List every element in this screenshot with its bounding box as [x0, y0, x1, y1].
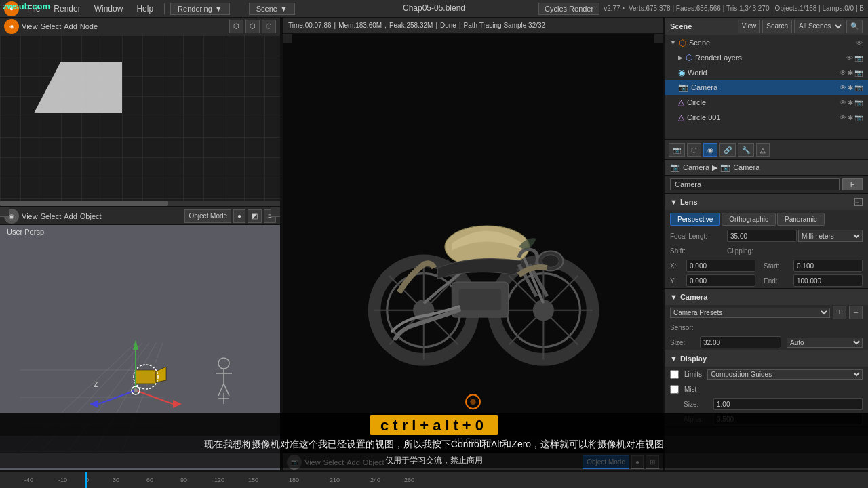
camera-presets-select[interactable]: Camera Presets	[670, 308, 830, 318]
renderlayers-camera-icon[interactable]: 📷	[854, 54, 863, 62]
renderlayers-eye-icon[interactable]: 👁	[846, 54, 853, 62]
camera-preset-add-btn[interactable]: +	[833, 306, 846, 319]
outliner-item-circle001[interactable]: △ Circle.001 👁 ✱ 📷	[665, 110, 868, 125]
menu-help[interactable]: Help	[131, 3, 159, 15]
circle-eye-icon[interactable]: 👁	[840, 99, 846, 106]
scene-eye-icon[interactable]: 👁	[856, 39, 863, 47]
outliner-world-label: World	[688, 68, 707, 77]
camera-section-title: Camera	[680, 293, 707, 301]
world-cursor-icon[interactable]: ✱	[848, 69, 853, 77]
outliner-item-scene[interactable]: ▼ ⬡ Scene 👁	[665, 35, 868, 50]
camera-preset-del-btn[interactable]: −	[849, 306, 863, 319]
node-tool-2[interactable]: ⬡	[245, 20, 260, 33]
viewport-corner-right[interactable]	[271, 207, 280, 217]
timeline-ruler[interactable]: -40 -10 0 30 60 90 120 150 180 210 240 2…	[0, 472, 868, 488]
node-add-menu[interactable]: Add	[64, 22, 77, 30]
chevron-icon: ▼	[280, 5, 288, 13]
f-key-badge[interactable]: F	[842, 178, 863, 190]
frame-marker-30: 30	[113, 476, 119, 483]
camera-3d-object	[134, 365, 166, 389]
outliner-search-icon-btn[interactable]: 🔍	[846, 20, 863, 33]
x-start-row: X: 0.000 Start: 0.100	[665, 258, 868, 273]
menu-window[interactable]: Window	[89, 3, 129, 15]
prop-tab-render[interactable]: 📷	[669, 143, 685, 157]
workspace-button[interactable]: Rendering ▼	[170, 3, 230, 15]
outliner-item-renderlayers[interactable]: ▶ ⬡ RenderLayers 👁 📷	[665, 50, 868, 65]
breadcrumb-camera-1: Camera	[683, 163, 709, 171]
composition-guides-select[interactable]: Composition Guides	[707, 369, 863, 380]
camera-cam-icon[interactable]: 📷	[854, 84, 863, 92]
scene-title: Scene	[670, 22, 692, 30]
prop-tab-modifier[interactable]: 🔧	[738, 143, 754, 157]
circle001-icon: △	[678, 113, 684, 122]
scrollbar-thumb[interactable]	[0, 201, 168, 206]
prop-tab-object[interactable]: ◉	[703, 143, 717, 157]
focal-length-value[interactable]: 35.00	[727, 230, 797, 242]
camera-eye-icon[interactable]: 👁	[840, 84, 846, 92]
camera-name-input[interactable]	[670, 178, 840, 190]
node-tool-1[interactable]: ⬡	[229, 20, 243, 33]
start-value-input[interactable]: 0.100	[793, 260, 863, 272]
y-value-input[interactable]: 0.000	[686, 274, 755, 287]
outliner-header-tools: View Search All Scenes 🔍	[738, 20, 863, 33]
lens-section-header[interactable]: ▼ Lens −	[665, 194, 868, 210]
subtitle-text-1: 现在我想将摄像机对准这个我已经设置的视图，所以我按下Control和Alt和Ze…	[0, 436, 868, 453]
world-eye-icon[interactable]: 👁	[840, 69, 846, 77]
limits-checkbox[interactable]	[670, 370, 679, 379]
viewport-corner[interactable]	[0, 207, 9, 217]
circle001-eye-icon[interactable]: 👁	[840, 114, 846, 121]
camera-section-header[interactable]: ▼ Camera	[665, 289, 868, 305]
playhead[interactable]	[85, 472, 87, 488]
circle-cursor-icon[interactable]: ✱	[848, 99, 853, 106]
clipping-label: Clipping:	[727, 247, 753, 255]
node-select-menu[interactable]: Select	[41, 22, 62, 30]
orthographic-tab[interactable]: Orthographic	[722, 213, 776, 226]
window-title: Chap05-05.blend	[403, 3, 465, 13]
sensor-auto-select[interactable]: Auto	[787, 338, 863, 348]
prop-tab-scene[interactable]: ⬡	[687, 143, 701, 157]
panoramic-tab[interactable]: Panoramic	[777, 213, 825, 226]
perspective-tab[interactable]: Perspective	[670, 213, 720, 226]
outliner-view-btn[interactable]: View	[738, 20, 761, 33]
scene-actions: 👁	[856, 39, 863, 47]
node-view-menu[interactable]: View	[22, 22, 38, 30]
outliner-scenes-dropdown[interactable]: All Scenes	[794, 20, 844, 33]
outliner-item-circle[interactable]: △ Circle 👁 ✱ 📷	[665, 95, 868, 110]
outliner-item-world[interactable]: ◉ World 👁 ✱ 📷	[665, 65, 868, 80]
circle001-cam-icon[interactable]: 📷	[854, 114, 863, 121]
cycles-render-btn[interactable]: Cycles Render	[538, 3, 599, 15]
circle-cam-icon[interactable]: 📷	[854, 99, 863, 106]
camera-cursor-icon[interactable]: ✱	[848, 84, 853, 92]
prop-tab-constraint[interactable]: 🔗	[719, 143, 736, 157]
render-corner-tr	[654, 34, 663, 43]
display-size-input[interactable]: 1.00	[713, 398, 863, 410]
display-section-header[interactable]: ▼ Display	[665, 350, 868, 367]
node-editor-canvas[interactable]	[0, 35, 280, 206]
sensor-size-input[interactable]: 32.00	[700, 336, 781, 348]
scene-button[interactable]: Scene ▼	[249, 3, 295, 15]
outliner-item-camera[interactable]: 📷 Camera 👁 ✱ 📷	[665, 80, 868, 95]
outliner-list: ▼ ⬡ Scene 👁 ▶ ⬡ RenderLayers 👁 📷	[665, 35, 868, 140]
outliner-search-btn[interactable]: Search	[762, 20, 792, 33]
world-cam-icon[interactable]: 📷	[854, 69, 863, 77]
breadcrumb-arrow: ▶	[712, 163, 717, 172]
node-editor-icon: ◈	[4, 19, 19, 34]
camera-actions: 👁 ✱ 📷	[840, 84, 863, 92]
focal-length-unit-select[interactable]: Millimeters	[798, 230, 863, 242]
x-label: X:	[670, 262, 684, 270]
watermark: zwsub.com	[3, 1, 50, 12]
x-value-input[interactable]: 0.000	[686, 260, 755, 272]
focal-length-inputs: 35.00 Millimeters	[727, 230, 863, 242]
render-canvas[interactable]: (1) Camera	[283, 34, 663, 453]
mist-checkbox[interactable]	[670, 385, 679, 394]
node-tool-3[interactable]: ⬡	[262, 20, 276, 33]
svg-point-19	[134, 388, 138, 392]
horizontal-scrollbar[interactable]	[0, 201, 280, 206]
node-node-menu[interactable]: Node	[80, 22, 98, 30]
end-value-input[interactable]: 100.000	[793, 274, 863, 287]
prop-tab-data[interactable]: △	[756, 143, 770, 157]
menu-render[interactable]: Render	[48, 3, 85, 15]
circle001-cursor-icon[interactable]: ✱	[848, 114, 853, 121]
outliner-circle001-label: Circle.001	[687, 113, 721, 121]
lens-close-icon[interactable]: −	[854, 198, 863, 206]
